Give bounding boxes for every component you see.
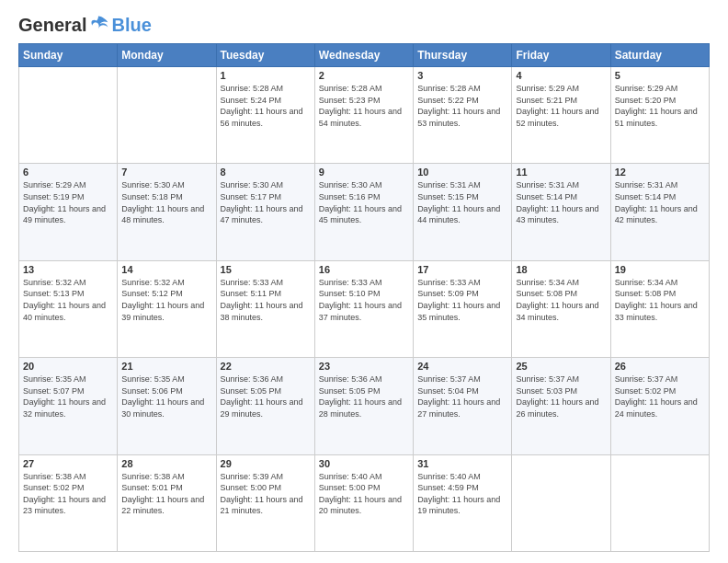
calendar-cell: 9Sunrise: 5:30 AM Sunset: 5:16 PM Daylig… <box>314 164 413 260</box>
calendar-cell <box>512 454 610 551</box>
calendar-cell <box>610 454 709 551</box>
day-number: 18 <box>516 264 606 275</box>
calendar-cell: 4Sunrise: 5:29 AM Sunset: 5:21 PM Daylig… <box>512 67 610 164</box>
day-info: Sunrise: 5:34 AM Sunset: 5:08 PM Dayligh… <box>615 277 705 323</box>
day-info: Sunrise: 5:37 AM Sunset: 5:02 PM Dayligh… <box>615 373 705 419</box>
day-number: 3 <box>417 70 507 81</box>
calendar-cell: 15Sunrise: 5:33 AM Sunset: 5:11 PM Dayli… <box>216 260 314 357</box>
day-info: Sunrise: 5:34 AM Sunset: 5:08 PM Dayligh… <box>516 277 606 323</box>
calendar-cell: 2Sunrise: 5:28 AM Sunset: 5:23 PM Daylig… <box>314 67 413 164</box>
calendar-cell: 23Sunrise: 5:36 AM Sunset: 5:05 PM Dayli… <box>314 358 413 454</box>
day-number: 15 <box>221 264 311 275</box>
calendar-table: SundayMondayTuesdayWednesdayThursdayFrid… <box>18 43 710 552</box>
calendar-cell: 19Sunrise: 5:34 AM Sunset: 5:08 PM Dayli… <box>610 260 709 357</box>
weekday-header-sunday: Sunday <box>19 44 118 67</box>
calendar-week-row: 1Sunrise: 5:28 AM Sunset: 5:24 PM Daylig… <box>19 67 710 164</box>
calendar-cell: 22Sunrise: 5:36 AM Sunset: 5:05 PM Dayli… <box>216 358 314 454</box>
weekday-header-wednesday: Wednesday <box>314 44 413 67</box>
day-info: Sunrise: 5:29 AM Sunset: 5:19 PM Dayligh… <box>23 179 113 225</box>
calendar-cell: 21Sunrise: 5:35 AM Sunset: 5:06 PM Dayli… <box>118 358 216 454</box>
calendar-cell: 24Sunrise: 5:37 AM Sunset: 5:04 PM Dayli… <box>414 358 512 454</box>
day-info: Sunrise: 5:36 AM Sunset: 5:05 PM Dayligh… <box>319 373 409 419</box>
calendar-cell <box>19 67 118 164</box>
day-number: 8 <box>221 167 311 178</box>
calendar-cell: 7Sunrise: 5:30 AM Sunset: 5:18 PM Daylig… <box>118 164 216 260</box>
day-info: Sunrise: 5:33 AM Sunset: 5:10 PM Dayligh… <box>319 277 409 323</box>
calendar-cell: 28Sunrise: 5:38 AM Sunset: 5:01 PM Dayli… <box>118 454 216 551</box>
weekday-header-thursday: Thursday <box>414 44 512 67</box>
day-number: 20 <box>23 361 113 372</box>
calendar-cell: 26Sunrise: 5:37 AM Sunset: 5:02 PM Dayli… <box>610 358 709 454</box>
calendar-cell: 25Sunrise: 5:37 AM Sunset: 5:03 PM Dayli… <box>512 358 610 454</box>
calendar-cell: 20Sunrise: 5:35 AM Sunset: 5:07 PM Dayli… <box>19 358 118 454</box>
day-info: Sunrise: 5:35 AM Sunset: 5:07 PM Dayligh… <box>23 373 113 419</box>
day-info: Sunrise: 5:37 AM Sunset: 5:03 PM Dayligh… <box>516 373 606 419</box>
logo-blue: Blue <box>111 15 151 36</box>
day-info: Sunrise: 5:38 AM Sunset: 5:02 PM Dayligh… <box>23 471 113 517</box>
calendar-cell: 8Sunrise: 5:30 AM Sunset: 5:17 PM Daylig… <box>216 164 314 260</box>
calendar-cell: 31Sunrise: 5:40 AM Sunset: 4:59 PM Dayli… <box>414 454 512 551</box>
day-info: Sunrise: 5:38 AM Sunset: 5:01 PM Dayligh… <box>121 471 211 517</box>
calendar-week-row: 20Sunrise: 5:35 AM Sunset: 5:07 PM Dayli… <box>19 358 710 454</box>
day-number: 22 <box>221 361 311 372</box>
day-info: Sunrise: 5:28 AM Sunset: 5:23 PM Dayligh… <box>319 83 409 129</box>
day-number: 2 <box>319 70 409 81</box>
day-number: 11 <box>516 167 606 178</box>
calendar-cell: 6Sunrise: 5:29 AM Sunset: 5:19 PM Daylig… <box>19 164 118 260</box>
calendar-week-row: 27Sunrise: 5:38 AM Sunset: 5:02 PM Dayli… <box>19 454 710 551</box>
calendar-cell: 1Sunrise: 5:28 AM Sunset: 5:24 PM Daylig… <box>216 67 314 164</box>
day-number: 6 <box>23 167 113 178</box>
calendar-cell: 18Sunrise: 5:34 AM Sunset: 5:08 PM Dayli… <box>512 260 610 357</box>
weekday-header-friday: Friday <box>512 44 610 67</box>
day-number: 14 <box>121 264 211 275</box>
calendar-cell: 29Sunrise: 5:39 AM Sunset: 5:00 PM Dayli… <box>216 454 314 551</box>
weekday-header-tuesday: Tuesday <box>216 44 314 67</box>
day-info: Sunrise: 5:29 AM Sunset: 5:21 PM Dayligh… <box>516 83 606 129</box>
calendar-cell: 11Sunrise: 5:31 AM Sunset: 5:14 PM Dayli… <box>512 164 610 260</box>
day-number: 16 <box>319 264 409 275</box>
day-number: 25 <box>516 361 606 372</box>
calendar-cell: 30Sunrise: 5:40 AM Sunset: 5:00 PM Dayli… <box>314 454 413 551</box>
calendar-cell: 3Sunrise: 5:28 AM Sunset: 5:22 PM Daylig… <box>414 67 512 164</box>
day-info: Sunrise: 5:28 AM Sunset: 5:22 PM Dayligh… <box>417 83 507 129</box>
day-info: Sunrise: 5:33 AM Sunset: 5:11 PM Dayligh… <box>221 277 311 323</box>
day-number: 19 <box>615 264 705 275</box>
day-number: 7 <box>121 167 211 178</box>
calendar-cell: 13Sunrise: 5:32 AM Sunset: 5:13 PM Dayli… <box>19 260 118 357</box>
day-info: Sunrise: 5:40 AM Sunset: 4:59 PM Dayligh… <box>417 471 507 517</box>
day-number: 4 <box>516 70 606 81</box>
calendar-cell <box>118 67 216 164</box>
day-info: Sunrise: 5:36 AM Sunset: 5:05 PM Dayligh… <box>221 373 311 419</box>
day-number: 5 <box>615 70 705 81</box>
day-info: Sunrise: 5:30 AM Sunset: 5:17 PM Dayligh… <box>221 179 311 225</box>
logo: General Blue <box>18 15 152 36</box>
day-info: Sunrise: 5:31 AM Sunset: 5:14 PM Dayligh… <box>516 179 606 225</box>
calendar-cell: 14Sunrise: 5:32 AM Sunset: 5:12 PM Dayli… <box>118 260 216 357</box>
day-number: 30 <box>319 458 409 469</box>
day-number: 31 <box>417 458 507 469</box>
day-info: Sunrise: 5:37 AM Sunset: 5:04 PM Dayligh… <box>417 373 507 419</box>
calendar-cell: 10Sunrise: 5:31 AM Sunset: 5:15 PM Dayli… <box>414 164 512 260</box>
day-info: Sunrise: 5:40 AM Sunset: 5:00 PM Dayligh… <box>319 471 409 517</box>
day-number: 29 <box>221 458 311 469</box>
day-info: Sunrise: 5:30 AM Sunset: 5:18 PM Dayligh… <box>121 179 211 225</box>
day-info: Sunrise: 5:33 AM Sunset: 5:09 PM Dayligh… <box>417 277 507 323</box>
day-number: 27 <box>23 458 113 469</box>
day-info: Sunrise: 5:31 AM Sunset: 5:15 PM Dayligh… <box>417 179 507 225</box>
calendar-cell: 17Sunrise: 5:33 AM Sunset: 5:09 PM Dayli… <box>414 260 512 357</box>
day-number: 17 <box>417 264 507 275</box>
calendar-week-row: 13Sunrise: 5:32 AM Sunset: 5:13 PM Dayli… <box>19 260 710 357</box>
logo-bird-icon <box>87 13 109 35</box>
day-info: Sunrise: 5:28 AM Sunset: 5:24 PM Dayligh… <box>221 83 311 129</box>
day-number: 10 <box>417 167 507 178</box>
day-number: 28 <box>121 458 211 469</box>
day-info: Sunrise: 5:30 AM Sunset: 5:16 PM Dayligh… <box>319 179 409 225</box>
logo-general: General <box>18 15 86 36</box>
calendar-cell: 5Sunrise: 5:29 AM Sunset: 5:20 PM Daylig… <box>610 67 709 164</box>
day-number: 13 <box>23 264 113 275</box>
day-info: Sunrise: 5:29 AM Sunset: 5:20 PM Dayligh… <box>615 83 705 129</box>
day-info: Sunrise: 5:39 AM Sunset: 5:00 PM Dayligh… <box>221 471 311 517</box>
day-info: Sunrise: 5:32 AM Sunset: 5:12 PM Dayligh… <box>121 277 211 323</box>
calendar-cell: 16Sunrise: 5:33 AM Sunset: 5:10 PM Dayli… <box>314 260 413 357</box>
page-header: General Blue <box>18 15 710 36</box>
